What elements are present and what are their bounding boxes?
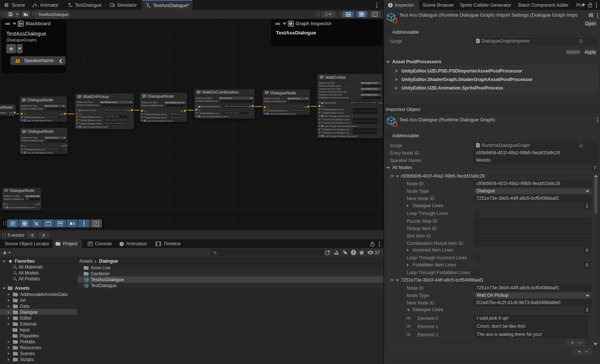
svg-text:{}: {}: [86, 279, 89, 282]
svg-text:{}: {}: [86, 285, 89, 288]
svg-text:{}: {}: [392, 121, 397, 127]
svg-text:{}: {}: [392, 18, 397, 23]
